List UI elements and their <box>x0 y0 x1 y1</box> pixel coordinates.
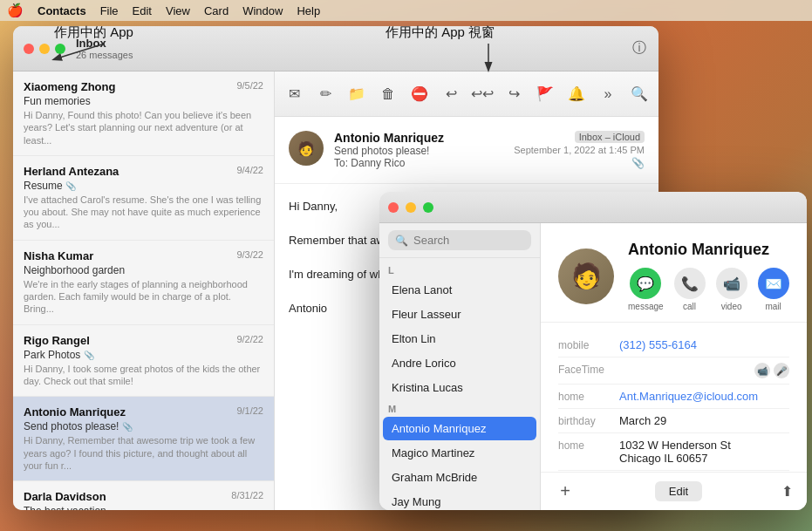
mail-action-icon: ✉️ <box>758 268 789 299</box>
info-row-mobile: mobile (312) 555-6164 <box>558 333 789 357</box>
mail-item-5[interactable]: Darla Davidson 8/31/22 The best vacation… <box>13 481 274 510</box>
minimize-button[interactable] <box>39 44 50 54</box>
contact-L-2[interactable]: Elton Lin <box>383 327 536 351</box>
mail-subject-1: Resume 📎 <box>24 180 263 192</box>
info-row-birthday: birthday March 29 <box>558 409 789 433</box>
new-message-icon[interactable]: ✏ <box>317 85 334 103</box>
birthday-label: birthday <box>558 414 619 427</box>
contact-detail-header: 🧑 Antonio Manriquez 💬 message 📞 call <box>541 223 807 323</box>
message-meta: Antonio Manriquez Send photos please! To… <box>334 131 503 169</box>
menubar-view[interactable]: View <box>159 2 197 19</box>
mail-sender-5: Darla Davidson <box>24 490 106 503</box>
message-action-icon: 💬 <box>630 268 661 299</box>
mail-message-header: 🧑 Antonio Manriquez Send photos please! … <box>275 117 658 184</box>
contact-M-3[interactable]: Jay Mung <box>383 490 536 510</box>
mail-item-3[interactable]: Rigo Rangel 9/2/22 Park Photos 📎 Hi Dann… <box>13 325 274 398</box>
mail-subject-3: Park Photos 📎 <box>24 349 263 361</box>
archive-icon[interactable]: 📁 <box>348 85 365 103</box>
inbox-count: 26 messages <box>76 50 133 60</box>
close-button[interactable] <box>24 44 34 54</box>
mobile-label: mobile <box>558 338 619 351</box>
facetime-label: FaceTime <box>558 363 619 376</box>
mail-sender-0: Xiaomeng Zhong <box>24 80 115 93</box>
contacts-minimize-button[interactable] <box>406 202 416 213</box>
compose-icon[interactable]: ✉ <box>285 85 303 103</box>
contacts-group-L: Elena LanotFleur LasseurElton LinAndre L… <box>379 278 540 399</box>
search-icon[interactable]: 🔍 <box>631 85 648 103</box>
contact-M-2[interactable]: Graham McBride <box>383 466 536 489</box>
menubar-contacts[interactable]: Contacts <box>31 2 93 19</box>
menubar-file[interactable]: File <box>93 2 126 19</box>
contact-M-1[interactable]: Magico Martinez <box>383 441 536 465</box>
reply-icon[interactable]: ↩ <box>442 85 460 103</box>
more-icon[interactable]: » <box>599 85 617 103</box>
group-label-M: M <box>379 400 540 416</box>
mail-content-toolbar: ✉ ✏ 📁 🗑 ⛔ ↩ ↩↩ ↪ 🚩 🔔 » 🔍 <box>275 71 658 117</box>
mail-item-0[interactable]: Xiaomeng Zhong 9/5/22 Fun memories Hi Da… <box>13 71 274 156</box>
menubar-edit[interactable]: Edit <box>126 2 159 19</box>
contacts-titlebar <box>379 192 807 223</box>
mail-date-0: 9/5/22 <box>236 80 263 93</box>
search-input[interactable] <box>413 234 524 247</box>
contacts-group-M: Antonio ManriquezMagico MartinezGraham M… <box>379 417 540 510</box>
mail-sender-1: Herland Antezana <box>24 165 119 178</box>
apple-menu-icon[interactable]: 🍎 <box>7 3 24 18</box>
contact-L-1[interactable]: Fleur Lasseur <box>383 303 536 326</box>
facetime-audio-icon[interactable]: 🎤 <box>774 363 789 378</box>
contact-M-0[interactable]: Antonio Manriquez <box>383 417 536 440</box>
traffic-lights <box>24 44 65 54</box>
mail-action-label: mail <box>765 302 781 311</box>
forward-icon[interactable]: ↪ <box>505 85 522 103</box>
action-message[interactable]: 💬 message <box>628 268 664 311</box>
reply-all-icon[interactable]: ↩↩ <box>474 85 491 103</box>
mail-item-4[interactable]: Antonio Manriquez 9/1/22 Send photos ple… <box>13 397 274 481</box>
sender-avatar: 🧑 <box>289 131 324 166</box>
contact-detail-panel: 🧑 Antonio Manriquez 💬 message 📞 call <box>541 223 807 510</box>
flag-icon[interactable]: 🚩 <box>536 85 554 103</box>
delete-icon[interactable]: 🗑 <box>379 85 397 103</box>
junk-icon[interactable]: ⛔ <box>411 85 428 103</box>
notification-icon[interactable]: 🔔 <box>568 85 585 103</box>
zoom-button[interactable] <box>55 44 65 54</box>
inbox-badge: Inbox – iCloud <box>575 131 645 143</box>
contacts-list-scroll: L Elena LanotFleur LasseurElton LinAndre… <box>379 258 540 510</box>
contacts-list-panel: 🔍 L Elena LanotFleur LasseurElton LinAnd… <box>379 223 541 510</box>
mail-preview-4: Hi Danny, Remember that awesome trip we … <box>24 434 263 472</box>
search-box[interactable]: 🔍 <box>388 230 531 250</box>
share-contact-button[interactable]: ⬆ <box>781 483 793 500</box>
menubar-card[interactable]: Card <box>197 2 235 19</box>
contact-avatar: 🧑 <box>558 248 614 304</box>
mail-item-1[interactable]: Herland Antezana 9/4/22 Resume 📎 I've at… <box>13 156 274 241</box>
mail-date-4: 9/1/22 <box>236 405 263 419</box>
contacts-window: 🔍 L Elena LanotFleur LasseurElton LinAnd… <box>379 192 807 510</box>
info-row-facetime: FaceTime 📹 🎤 <box>558 357 789 385</box>
mail-sender-4: Antonio Manriquez <box>24 405 126 419</box>
menubar-help[interactable]: Help <box>290 2 327 19</box>
contact-L-4[interactable]: Kristina Lucas <box>383 376 536 399</box>
add-contact-button[interactable]: + <box>555 481 576 502</box>
contacts-close-button[interactable] <box>388 202 399 213</box>
action-mail[interactable]: ✉️ mail <box>758 268 789 311</box>
mail-preview-2: We're in the early stages of planning a … <box>24 278 263 316</box>
contact-L-0[interactable]: Elena Lanot <box>383 278 536 302</box>
facetime-video-icon[interactable]: 📹 <box>754 363 770 378</box>
mail-toolbar-icons: ⓘ <box>631 40 648 58</box>
menubar-window[interactable]: Window <box>235 2 290 19</box>
action-call[interactable]: 📞 call <box>674 268 706 311</box>
message-date: September 1, 2022 at 1:45 PM <box>514 145 645 155</box>
email-value[interactable]: Ant.Manriquez@icloud.com <box>619 390 789 403</box>
mobile-value[interactable]: (312) 555-6164 <box>619 338 789 351</box>
call-action-label: call <box>683 302 696 311</box>
mail-item-2[interactable]: Nisha Kumar 9/3/22 Neighborhood garden W… <box>13 241 274 325</box>
mail-date-3: 9/2/22 <box>236 334 263 347</box>
video-action-icon: 📹 <box>716 268 747 299</box>
mail-preview-0: Hi Danny, Found this photo! Can you beli… <box>24 109 263 146</box>
contact-L-3[interactable]: Andre Lorico <box>383 351 536 375</box>
action-video[interactable]: 📹 video <box>716 268 747 311</box>
mail-date-2: 9/3/22 <box>236 249 263 262</box>
contacts-zoom-button[interactable] <box>423 202 433 213</box>
contact-info-list: mobile (312) 555-6164 FaceTime 📹 🎤 home … <box>541 323 807 472</box>
edit-contact-button[interactable]: Edit <box>655 481 702 501</box>
info-icon[interactable]: ⓘ <box>631 40 648 58</box>
mail-date-1: 9/4/22 <box>236 165 263 178</box>
